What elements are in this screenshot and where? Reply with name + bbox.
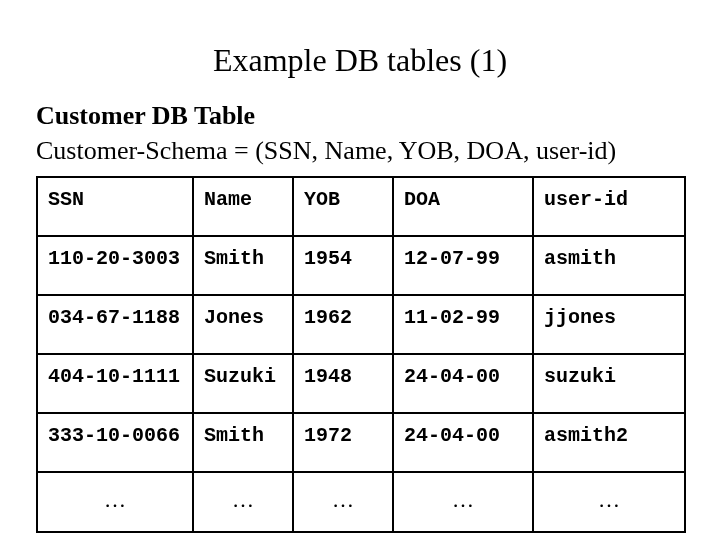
cell-name: Smith xyxy=(193,413,293,472)
cell-yob: 1972 xyxy=(293,413,393,472)
cell-ssn: 333-10-0066 xyxy=(37,413,193,472)
table-row: 404-10-1111 Suzuki 1948 24-04-00 suzuki xyxy=(37,354,685,413)
cell-ellipsis: … xyxy=(393,472,533,532)
customer-table: SSN Name YOB DOA user-id 110-20-3003 Smi… xyxy=(36,176,686,533)
table-row-ellipsis: … … … … … xyxy=(37,472,685,532)
table-caption: Customer DB Table xyxy=(36,98,684,133)
cell-ssn: 110-20-3003 xyxy=(37,236,193,295)
cell-ellipsis: … xyxy=(533,472,685,532)
cell-name: Smith xyxy=(193,236,293,295)
col-header-ssn: SSN xyxy=(37,177,193,236)
cell-userid: jjones xyxy=(533,295,685,354)
cell-yob: 1962 xyxy=(293,295,393,354)
cell-doa: 12-07-99 xyxy=(393,236,533,295)
cell-ssn: 034-67-1188 xyxy=(37,295,193,354)
cell-ellipsis: … xyxy=(193,472,293,532)
table-header-row: SSN Name YOB DOA user-id xyxy=(37,177,685,236)
col-header-yob: YOB xyxy=(293,177,393,236)
cell-userid: asmith2 xyxy=(533,413,685,472)
cell-doa: 24-04-00 xyxy=(393,354,533,413)
table-row: 034-67-1188 Jones 1962 11-02-99 jjones xyxy=(37,295,685,354)
cell-name: Jones xyxy=(193,295,293,354)
table-container: SSN Name YOB DOA user-id 110-20-3003 Smi… xyxy=(36,176,684,533)
col-header-doa: DOA xyxy=(393,177,533,236)
cell-userid: suzuki xyxy=(533,354,685,413)
subtitle-block: Customer DB Table Customer-Schema = (SSN… xyxy=(36,98,684,168)
table-row: 333-10-0066 Smith 1972 24-04-00 asmith2 xyxy=(37,413,685,472)
schema-definition: Customer-Schema = (SSN, Name, YOB, DOA, … xyxy=(36,133,684,168)
cell-userid: asmith xyxy=(533,236,685,295)
cell-doa: 24-04-00 xyxy=(393,413,533,472)
table-row: 110-20-3003 Smith 1954 12-07-99 asmith xyxy=(37,236,685,295)
slide: Example DB tables (1) Customer DB Table … xyxy=(0,0,720,540)
slide-title: Example DB tables (1) xyxy=(0,42,720,79)
cell-yob: 1954 xyxy=(293,236,393,295)
cell-ellipsis: … xyxy=(37,472,193,532)
col-header-userid: user-id xyxy=(533,177,685,236)
cell-ssn: 404-10-1111 xyxy=(37,354,193,413)
cell-name: Suzuki xyxy=(193,354,293,413)
col-header-name: Name xyxy=(193,177,293,236)
cell-ellipsis: … xyxy=(293,472,393,532)
cell-doa: 11-02-99 xyxy=(393,295,533,354)
cell-yob: 1948 xyxy=(293,354,393,413)
